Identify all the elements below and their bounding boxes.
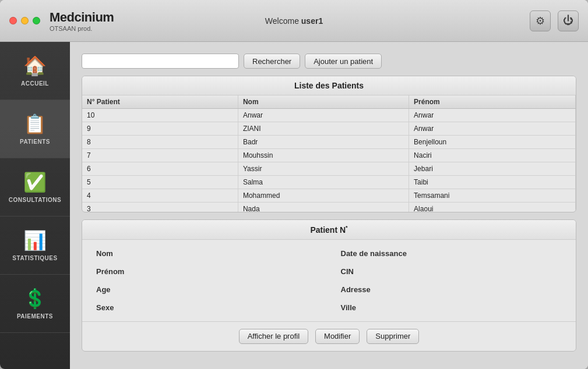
paiements-icon: 💲 <box>23 288 47 310</box>
power-icon: ⏻ <box>563 15 573 27</box>
maximize-button[interactable] <box>33 17 40 24</box>
cin-label: CIN <box>341 267 388 276</box>
consultations-icon: ✅ <box>23 171 47 193</box>
cell-prenom: Anwar <box>409 109 576 122</box>
welcome-user: user1 <box>301 16 323 26</box>
cell-num: 4 <box>82 189 238 203</box>
field-ville: Ville <box>341 303 562 312</box>
adresse-label: Adresse <box>341 285 388 294</box>
welcome-prefix: Welcome <box>265 16 301 26</box>
ville-label: Ville <box>341 303 388 312</box>
dob-label: Date de naissance <box>341 249 407 258</box>
titlebar: Medcinium OTSAAN prod. Welcome user1 ⚙ ⏻ <box>0 0 588 42</box>
detail-title-sup: * <box>346 225 348 230</box>
gear-icon: ⚙ <box>536 15 545 27</box>
patient-list-title: Liste des Patients <box>82 76 576 95</box>
app-title: Medcinium OTSAAN prod. <box>50 10 114 32</box>
cell-nom: Yassir <box>238 162 409 176</box>
cell-prenom: Anwar <box>409 122 576 136</box>
cell-num: 5 <box>82 176 238 189</box>
sexe-label: Sexe <box>96 303 143 312</box>
cell-prenom: Alaoui <box>409 203 576 212</box>
table-row[interactable]: 3NadaAlaoui <box>82 203 576 212</box>
table-row[interactable]: 8BadrBenjelloun <box>82 136 576 149</box>
home-icon: 🏠 <box>23 55 47 77</box>
add-patient-button[interactable]: Ajouter un patient <box>305 54 382 69</box>
welcome-text: Welcome user1 <box>265 16 323 26</box>
cell-nom: Anwar <box>238 109 409 122</box>
cell-num: 7 <box>82 149 238 162</box>
cell-num: 6 <box>82 162 238 176</box>
detail-panel-title: Patient N* <box>82 220 576 240</box>
detail-title-text: Patient N <box>310 225 346 235</box>
col-prenom: Prénom <box>409 95 576 109</box>
field-nom: Nom <box>96 249 318 258</box>
detail-actions: Afficher le profil Modifier Supprimer <box>82 321 576 351</box>
field-age: Age <box>96 285 318 294</box>
table-header-row: N° Patient Nom Prénom <box>82 95 576 109</box>
sidebar-item-paiements[interactable]: 💲 PAIEMENTS <box>0 275 70 333</box>
patient-list-panel: Liste des Patients N° Patient Nom Prénom… <box>82 76 576 212</box>
cell-num: 9 <box>82 122 238 136</box>
field-adresse: Adresse <box>341 285 562 294</box>
main-layout: 🏠 ACCUEIL 📋 PATIENTS ✅ CONSULTATIONS 📊 S… <box>0 42 588 369</box>
search-input[interactable] <box>82 54 239 69</box>
cell-nom: Badr <box>238 136 409 149</box>
minimize-button[interactable] <box>21 17 29 24</box>
cell-nom: Nada <box>238 203 409 212</box>
table-row[interactable]: 4MohammedTemsamani <box>82 189 576 203</box>
sidebar-item-patients[interactable]: 📋 PATIENTS <box>0 100 70 158</box>
cell-prenom: Temsamani <box>409 189 576 203</box>
patient-table: N° Patient Nom Prénom 10AnwarAnwar9ZIANI… <box>82 95 576 212</box>
cell-num: 10 <box>82 109 238 122</box>
cell-prenom: Taibi <box>409 176 576 189</box>
table-row[interactable]: 6YassirJebari <box>82 162 576 176</box>
field-cin: CIN <box>341 267 562 276</box>
cell-nom: Mouhssin <box>238 149 409 162</box>
cell-nom: ZIANI <box>238 122 409 136</box>
sidebar-label-statistiques: STATISTIQUES <box>12 255 57 261</box>
app-name: Medcinium <box>50 10 114 25</box>
field-sexe: Sexe <box>96 303 318 312</box>
modify-button[interactable]: Modifier <box>315 329 360 344</box>
cell-prenom: Naciri <box>409 149 576 162</box>
sidebar-label-accueil: ACCUEIL <box>21 80 49 87</box>
search-button[interactable]: Rechercher <box>244 54 300 69</box>
sidebar-label-paiements: PAIEMENTS <box>17 313 53 320</box>
search-bar: Rechercher Ajouter un patient <box>82 54 576 69</box>
patient-detail-panel: Patient N* Nom Date de naissance <box>82 219 576 352</box>
nom-label: Nom <box>96 249 143 258</box>
cell-num: 8 <box>82 136 238 149</box>
content-area: Rechercher Ajouter un patient Liste des … <box>70 42 588 369</box>
sidebar-item-consultations[interactable]: ✅ CONSULTATIONS <box>0 158 70 217</box>
patient-table-container[interactable]: N° Patient Nom Prénom 10AnwarAnwar9ZIANI… <box>82 95 576 212</box>
sidebar-label-consultations: CONSULTATIONS <box>9 197 61 203</box>
cell-prenom: Benjelloun <box>409 136 576 149</box>
delete-button[interactable]: Supprimer <box>367 329 419 344</box>
table-row[interactable]: 10AnwarAnwar <box>82 109 576 122</box>
table-row[interactable]: 5SalmaTaibi <box>82 176 576 189</box>
settings-button[interactable]: ⚙ <box>530 10 551 31</box>
sidebar: 🏠 ACCUEIL 📋 PATIENTS ✅ CONSULTATIONS 📊 S… <box>0 42 70 369</box>
field-dob: Date de naissance <box>341 249 562 258</box>
patients-icon: 📋 <box>23 113 47 135</box>
table-row[interactable]: 9ZIANIAnwar <box>82 122 576 136</box>
sidebar-item-statistiques[interactable]: 📊 STATISTIQUES <box>0 217 70 275</box>
show-profile-button[interactable]: Afficher le profil <box>239 329 308 344</box>
close-button[interactable] <box>9 17 17 24</box>
cell-num: 3 <box>82 203 238 212</box>
age-label: Age <box>96 285 143 294</box>
field-prenom: Prénom <box>96 267 318 276</box>
prenom-label: Prénom <box>96 267 143 276</box>
col-num: N° Patient <box>82 95 238 109</box>
sidebar-item-accueil[interactable]: 🏠 ACCUEIL <box>0 42 70 100</box>
cell-nom: Salma <box>238 176 409 189</box>
table-row[interactable]: 7MouhssinNaciri <box>82 149 576 162</box>
app-subtitle: OTSAAN prod. <box>50 25 114 32</box>
sidebar-label-patients: PATIENTS <box>20 139 50 145</box>
power-button[interactable]: ⏻ <box>558 10 579 31</box>
statistiques-icon: 📊 <box>23 229 47 251</box>
col-nom: Nom <box>238 95 409 109</box>
detail-fields: Nom Date de naissance Prénom <box>82 240 576 321</box>
titlebar-actions: ⚙ ⏻ <box>530 10 579 31</box>
